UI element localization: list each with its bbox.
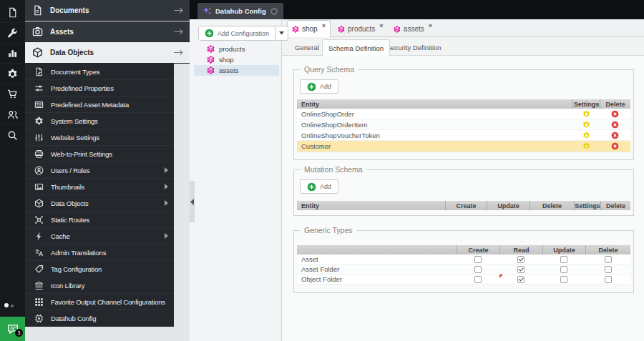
column-header-entity[interactable]: Entity [297, 201, 445, 210]
menu-item-label: Document Types [51, 68, 168, 76]
configuration-tree-panel: Add Configuration products shop assets [190, 19, 282, 341]
chevron-right-icon [165, 200, 168, 206]
create-checkbox[interactable] [474, 276, 482, 283]
tab-assets[interactable]: assets × [389, 21, 436, 36]
read-checkbox[interactable] [517, 256, 525, 263]
toolbar-search-button[interactable] [0, 125, 25, 145]
tab-close-icon[interactable]: × [379, 22, 383, 29]
delete-icon[interactable] [611, 142, 619, 150]
query-schema-add-button[interactable]: Add [300, 79, 338, 94]
settings-gear-icon[interactable] [582, 142, 590, 150]
menu-item-cache[interactable]: Cache [25, 228, 174, 244]
add-configuration-dropdown[interactable] [275, 26, 288, 41]
menu-item-icon-library[interactable]: Icon Library [25, 277, 174, 294]
delete-icon[interactable] [611, 110, 619, 118]
subtab-label: Security Definition [386, 44, 441, 51]
subtab-security-definition[interactable]: Security Definition [381, 40, 447, 55]
create-checkbox[interactable] [474, 266, 482, 273]
table-row-object-folder: Object Folder [297, 275, 630, 285]
asset-card-icon [34, 100, 44, 109]
menu-item-predefined-asset-metadata[interactable]: Predefined Asset Metadata [25, 97, 174, 113]
add-configuration-main[interactable]: Add Configuration [198, 26, 275, 41]
tree-item-shop[interactable]: shop [194, 54, 279, 65]
add-configuration-button[interactable]: Add Configuration [198, 26, 288, 41]
panel-splitter[interactable] [190, 181, 195, 222]
delete-checkbox[interactable] [605, 256, 612, 263]
column-header-delete2[interactable]: Delete [600, 201, 630, 210]
tree-item-assets[interactable]: assets [194, 65, 279, 76]
menu-item-system-settings[interactable]: System Settings [25, 113, 174, 129]
toolbar-tools-button[interactable] [0, 24, 25, 44]
toolbar-document-button[interactable] [0, 3, 25, 23]
menu-item-users-roles[interactable]: Users / Roles [25, 162, 174, 179]
collapse-left-icon[interactable] [190, 199, 194, 205]
menu-item-data-objects[interactable]: Data Objects [25, 195, 174, 212]
column-header-create[interactable]: Create [457, 245, 499, 254]
column-header-create[interactable]: Create [445, 201, 487, 210]
menu-item-thumbnails[interactable]: Thumbnails [25, 179, 174, 195]
tab-close-icon[interactable]: × [322, 22, 326, 29]
update-checkbox[interactable] [560, 276, 567, 283]
mutation-schema-fieldset: Mutation Schema Add Entity Create Update… [293, 169, 634, 216]
column-header-delete[interactable]: Delete [585, 245, 630, 254]
users-icon [7, 109, 18, 120]
settings-gear-icon[interactable] [582, 121, 590, 129]
menu-item-label: System Settings [51, 117, 168, 125]
column-header-delete[interactable]: Delete [600, 99, 630, 109]
toolbar-users-button[interactable] [0, 105, 25, 125]
column-header-settings[interactable]: Settings [574, 201, 600, 210]
settings-gear-icon[interactable] [582, 132, 590, 139]
update-checkbox[interactable] [560, 256, 567, 263]
tree-item-products[interactable]: products [194, 44, 279, 54]
column-header-settings[interactable]: Settings [572, 99, 600, 109]
column-header-update[interactable]: Update [542, 245, 585, 254]
menu-item-web-to-print-settings[interactable]: Web-to-Print Settings [25, 146, 174, 162]
menu-item-document-types[interactable]: Document Types [25, 64, 174, 80]
delete-checkbox[interactable] [605, 276, 612, 283]
notifications-button[interactable]: 3 [0, 317, 25, 341]
settings-gear-icon[interactable] [582, 110, 590, 118]
subtab-general[interactable]: General [289, 40, 325, 55]
toolbar-ecommerce-button[interactable] [0, 84, 25, 104]
update-checkbox[interactable] [560, 266, 567, 273]
column-header-read[interactable]: Read [499, 245, 542, 254]
toolbar-reports-button[interactable] [0, 44, 25, 64]
menu-item-website-settings[interactable]: Website Settings [25, 129, 174, 146]
menu-item-static-routes[interactable]: Static Routes [25, 212, 174, 228]
delete-icon[interactable] [611, 121, 619, 129]
menu-item-favorite-output-channel-configurations[interactable]: Favorite Output Channel Configurations [25, 294, 174, 310]
read-checkbox[interactable] [517, 276, 525, 283]
subtab-schema-definition[interactable]: Schema Definition [322, 39, 390, 56]
accordion-section-documents[interactable]: Documents [25, 0, 190, 21]
accordion-section-data-objects[interactable]: Data Objects [25, 42, 190, 64]
table-row[interactable]: Customer [297, 141, 630, 152]
menu-item-admin-translations[interactable]: Admin Translations [25, 244, 174, 261]
column-header-update[interactable]: Update [487, 201, 530, 210]
table-row[interactable]: OnlineShopOrderItem [297, 119, 630, 130]
menu-item-datahub-config[interactable]: Datahub Config [25, 310, 174, 327]
delete-checkbox[interactable] [605, 266, 612, 273]
table-row[interactable]: OnlineShopVoucherToken [297, 130, 630, 141]
create-checkbox[interactable] [474, 256, 482, 263]
add-button-label: Add [320, 83, 331, 90]
mutation-schema-table: Entity Create Update Delete Settings Del… [297, 201, 630, 210]
delete-icon[interactable] [611, 132, 619, 139]
menu-item-predefined-properties[interactable]: Predefined Properties [25, 80, 174, 97]
menu-item-label: Favorite Output Channel Configurations [51, 298, 168, 306]
table-row[interactable]: OnlineShopOrder [297, 109, 630, 119]
toolbar-settings-button[interactable] [0, 64, 25, 84]
tab-close-icon[interactable]: × [429, 22, 432, 29]
column-header-delete[interactable]: Delete [530, 201, 574, 210]
accordion-section-assets[interactable]: Assets [25, 21, 190, 42]
column-header-entity[interactable]: Entity [297, 99, 572, 109]
read-checkbox[interactable] [517, 266, 525, 273]
close-circle-icon[interactable] [270, 7, 278, 16]
menu-item-tag-configuration[interactable]: Tag Configuration [25, 261, 174, 277]
bolt-icon [34, 232, 44, 241]
window-tab-datahub-config[interactable]: Datahub Config [197, 3, 283, 19]
tab-products[interactable]: products × [333, 21, 388, 36]
tab-shop[interactable]: shop × [287, 20, 331, 37]
mutation-schema-add-button[interactable]: Add [300, 179, 338, 194]
plus-circle-icon [307, 182, 316, 192]
tree-item-label: shop [219, 56, 234, 64]
